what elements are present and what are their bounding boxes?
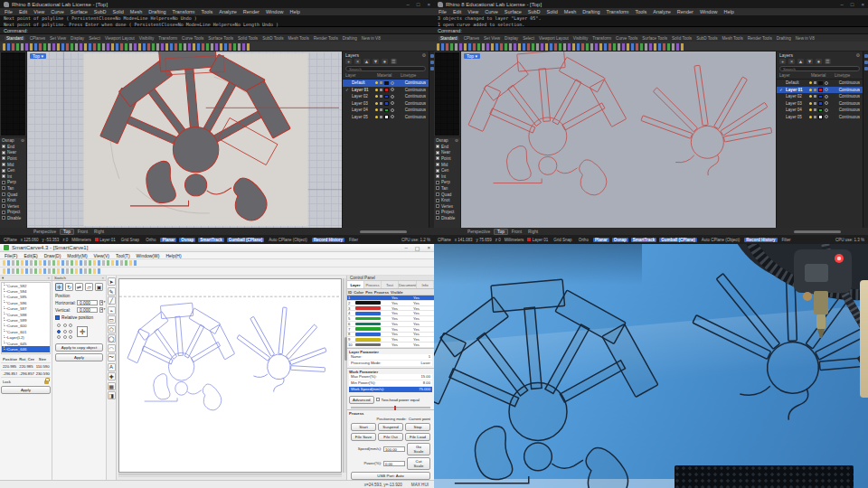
minimize-button[interactable]: – (841, 2, 844, 7)
toolbar-tab[interactable]: Curve Tools (616, 36, 637, 41)
visibility-bulb-icon[interactable] (809, 116, 812, 118)
gear-icon[interactable]: ⚙ (455, 138, 458, 143)
lock-icon[interactable] (380, 89, 382, 91)
toolbar-tab[interactable]: Surface Tools (642, 36, 667, 41)
menu-item[interactable]: SubD (528, 9, 541, 14)
material-icon[interactable] (391, 115, 394, 118)
process-button[interactable]: Start (351, 423, 376, 431)
new-layer-icon[interactable]: + (779, 59, 786, 64)
lock-icon[interactable] (380, 102, 382, 105)
menu-item[interactable]: File(F) (5, 253, 17, 258)
layer-row[interactable]: Layer 01 Continuous (777, 87, 863, 94)
toolbar-tab[interactable]: Standard (439, 36, 459, 41)
crosshair-icon[interactable]: ✛ (77, 326, 88, 337)
layer-color-swatch[interactable] (818, 95, 823, 99)
polygon-tool-icon[interactable]: ⬠ (108, 325, 116, 333)
toolbar-tab[interactable]: New in V8 (796, 36, 815, 41)
viewport-tab[interactable]: Right (525, 230, 541, 234)
parameter-row[interactable]: Max Power(%): 15.00 (349, 374, 432, 380)
search-input[interactable] (345, 66, 426, 71)
toolbar-tab[interactable]: New in V8 (362, 36, 381, 41)
toolbar-tab[interactable]: Drafting (777, 36, 791, 41)
status-toggle[interactable]: Ortho (144, 238, 157, 242)
osnap-toggle[interactable]: Int (436, 174, 458, 180)
menu-item[interactable]: Transform (173, 9, 195, 14)
panel-tab-icon[interactable] (864, 54, 868, 58)
array-tool-icon[interactable]: ▦ (108, 382, 116, 390)
menu-item[interactable]: Help(H) (165, 253, 181, 258)
lock-icon[interactable] (380, 108, 382, 111)
layer-color-swatch[interactable] (818, 108, 823, 113)
viewport-tab[interactable]: Front (75, 230, 90, 234)
engine-curves[interactable] (468, 52, 627, 195)
layer-linetype[interactable]: Continuous (396, 94, 427, 99)
relative-position-toggle[interactable]: Relative position (52, 314, 106, 322)
checkbox-icon[interactable] (376, 398, 380, 401)
osnap-toggle[interactable]: Knot (436, 197, 458, 203)
menu-item[interactable]: Edit(E) (24, 253, 37, 258)
osnap-toggle[interactable]: Project (2, 210, 24, 216)
osnap-toggle[interactable]: Project (436, 210, 458, 216)
power-slider[interactable] (351, 407, 430, 408)
lock-icon[interactable] (814, 89, 816, 91)
viewport-label-chip[interactable]: Top (464, 53, 480, 59)
status-units[interactable]: Millimeters (505, 238, 524, 242)
toolbar-tab[interactable]: Viewport Layout (105, 36, 135, 41)
osnap-toggle[interactable]: Cen (436, 167, 458, 174)
material-icon[interactable] (391, 81, 394, 85)
osnap-toggle[interactable]: Vertex (436, 203, 458, 210)
menu-item[interactable]: File (439, 9, 447, 14)
column-header[interactable]: Material (811, 73, 835, 78)
menu-item[interactable]: Help (723, 9, 733, 14)
toolbar-tab[interactable]: Solid Tools (238, 36, 258, 41)
menu-item[interactable]: Analyze (653, 9, 671, 14)
column-header[interactable]: Linetype (835, 73, 860, 78)
status-toggle[interactable]: Record History (744, 238, 777, 242)
visibility-bulb-icon[interactable] (809, 81, 812, 84)
toolbar-tab[interactable]: Mesh Tools (722, 36, 743, 41)
spinner-icon[interactable]: ▲▼ (99, 307, 103, 313)
status-toggle[interactable]: Planar (160, 238, 176, 242)
horizontal-scrollbar[interactable] (794, 230, 841, 233)
drawing-canvas[interactable] (117, 276, 346, 480)
rotate-tool-icon[interactable]: ↻ (65, 283, 73, 291)
table-row[interactable]: -296.857 -296.857 230.590 (1, 371, 51, 378)
panel-tab-icon[interactable] (430, 54, 434, 58)
toolbar-tab[interactable]: Transform (158, 36, 177, 41)
menu-item[interactable]: Draw(D) (44, 253, 61, 258)
file-button[interactable]: File Save (351, 433, 376, 441)
layer-color-swatch[interactable] (384, 115, 389, 119)
osnap-toggle[interactable]: Near (436, 150, 458, 156)
layer-row[interactable]: Layer 05 Continuous (777, 114, 863, 121)
status-toggle[interactable]: Record History (312, 238, 344, 242)
lock-icon[interactable] (814, 95, 816, 98)
layer-row[interactable]: Layer 02 Continuous (777, 93, 863, 100)
viewport-label-chip[interactable]: Top (30, 53, 46, 59)
advanced-button[interactable]: Advanced (349, 396, 374, 404)
menu-item[interactable]: Drafting (148, 9, 165, 14)
polyline-tool-icon[interactable]: ⌁ (108, 306, 116, 314)
table-row[interactable]: 220.985 220.985 110.590 (1, 363, 51, 371)
process-button[interactable]: Stop (405, 423, 430, 431)
osnap-toggle[interactable]: Disable (436, 215, 458, 221)
status-units[interactable]: Millimeters (71, 238, 91, 242)
menu-item[interactable]: View (33, 9, 44, 14)
osnap-toggle[interactable]: Point (2, 155, 24, 162)
horizontal-scrollbar[interactable] (360, 230, 407, 233)
status-toggle[interactable]: Grid Snap (552, 238, 573, 242)
close-icon[interactable]: × (101, 276, 104, 280)
toolbar-tab[interactable]: CPlanes (30, 36, 45, 41)
menu-item[interactable]: Render (243, 9, 259, 14)
menu-item[interactable]: Curve (51, 9, 64, 14)
move-up-icon[interactable]: ▲ (797, 59, 804, 64)
menu-item[interactable]: Window (266, 9, 284, 14)
visibility-bulb-icon[interactable] (375, 81, 378, 84)
visibility-bulb-icon[interactable] (375, 116, 378, 118)
osnap-toggle[interactable]: Tan (436, 185, 458, 192)
go-scale-button[interactable]: Go Scale (407, 443, 430, 455)
osnap-toggle[interactable]: Vertex (2, 203, 24, 210)
title-bar[interactable]: Rhino 8 Educational Lab License - [Top] … (0, 0, 434, 8)
layer-linetype[interactable]: Continuous (830, 94, 861, 99)
filter-icon[interactable]: ● (816, 59, 822, 64)
toolbar-tab[interactable]: Select (523, 36, 534, 41)
